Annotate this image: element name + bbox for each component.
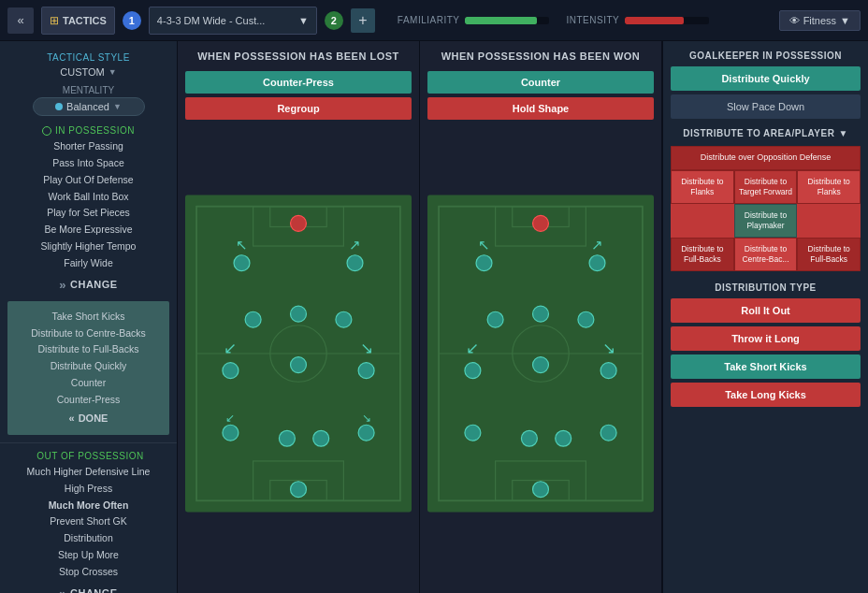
take-long-kicks-button[interactable]: Take Long Kicks [671, 383, 861, 407]
dist-row-playmaker: Distribute toPlaymaker [671, 204, 861, 238]
fitness-arrow-icon: ▼ [840, 15, 850, 26]
gk-panel: Take Short Kicks Distribute to Centre-Ba… [7, 301, 169, 435]
change2-arrows-icon: » [59, 586, 66, 593]
dist-cell-opposition[interactable]: Distribute over Opposition Defense [671, 146, 861, 170]
list-item: Play Out Of Defense [7, 172, 169, 189]
list-item: Prevent Short GK [7, 513, 169, 530]
throw-long-button[interactable]: Throw it Long [671, 326, 861, 351]
out-possession-label: OUT OF POSSESSION [36, 451, 143, 461]
distribute-area-title: DISTRIBUTE TO AREA/PLAYER [683, 128, 834, 138]
svg-point-21 [223, 425, 239, 441]
custom-label: CUSTOM [60, 66, 104, 78]
distribute-quickly-button[interactable]: Distribute Quickly [671, 66, 861, 91]
done-label: DONE [79, 412, 108, 424]
in-possession-circle-icon [42, 126, 51, 136]
list-item: Much More Often [7, 498, 169, 514]
custom-row[interactable]: CUSTOM ▼ [0, 65, 177, 83]
intensity-bar-track [625, 17, 709, 24]
list-item: Slightly Higher Tempo [7, 239, 169, 255]
collapse-button[interactable]: « [7, 7, 34, 34]
change-arrows-icon: » [59, 278, 66, 292]
list-item: Shorter Passing [7, 138, 169, 155]
distribute-grid[interactable]: Distribute over Opposition Defense Distr… [671, 146, 861, 271]
center-area: WHEN POSSESSION HAS BEEN LOST Counter-Pr… [178, 41, 662, 593]
familiarity-section: FAMILIARITY [398, 15, 550, 25]
svg-text:↗: ↗ [591, 238, 603, 253]
intensity-section: INTENSITY [566, 15, 709, 25]
svg-point-22 [279, 430, 295, 446]
dist-cell-flanks-right[interactable]: Distribute toFlanks [797, 170, 861, 204]
in-possession-header: IN POSSESSION [0, 122, 177, 138]
distribute-area-header: DISTRIBUTE TO AREA/PLAYER ▼ [663, 121, 868, 142]
lost-field-svg: ↖ ↗ ↙ ↘ [185, 129, 412, 578]
familiarity-bar-fill [465, 17, 537, 24]
svg-text:↗: ↗ [349, 238, 361, 253]
roll-it-out-button[interactable]: Roll It Out [671, 298, 861, 323]
list-item: Distribute Quickly [22, 358, 154, 375]
list-item: Be More Expressive [7, 222, 169, 239]
lost-field-diagram: ↖ ↗ ↙ ↘ [185, 129, 412, 578]
list-item: Counter-Press [22, 392, 154, 409]
lost-panel-title: WHEN POSSESSION HAS BEEN LOST [178, 41, 419, 69]
dist-cell-flanks-left[interactable]: Distribute toFlanks [671, 170, 734, 204]
add-slot-button[interactable]: + [351, 8, 375, 33]
svg-point-41 [487, 311, 503, 327]
svg-point-44 [465, 363, 481, 379]
list-item: Stop Crosses [7, 564, 169, 581]
won-field-svg: ↖ ↗ ↙ ↘ [427, 129, 654, 578]
mentality-select[interactable]: Balanced ▼ [33, 97, 145, 116]
change-out-possession-button[interactable]: » CHANGE [0, 581, 177, 593]
formation-select[interactable]: 4-3-3 DM Wide - Cust... ▼ [149, 7, 317, 35]
counter-button[interactable]: Counter [427, 71, 654, 94]
change-label: CHANGE [70, 279, 118, 290]
slot-num-badge: 2 [325, 11, 343, 30]
svg-text:↘: ↘ [602, 340, 615, 357]
svg-point-43 [578, 311, 594, 327]
list-item: Play for Set Pieces [7, 205, 169, 222]
distribution-type-title: DISTRIBUTION TYPE [663, 275, 868, 296]
svg-point-17 [291, 357, 307, 373]
svg-text:↖: ↖ [478, 238, 490, 253]
main-content: TACTICAL STYLE CUSTOM ▼ MENTALITY Balanc… [0, 41, 868, 593]
list-item: Step Up More [7, 547, 169, 564]
svg-point-38 [589, 255, 605, 271]
svg-point-23 [313, 430, 329, 446]
svg-text:↖: ↖ [236, 238, 248, 253]
custom-arrow-icon: ▼ [108, 67, 117, 77]
dist-cell-centrebacks[interactable]: Distribute toCentre-Bac... [734, 238, 798, 271]
regroup-button[interactable]: Regroup [185, 97, 412, 120]
svg-point-52 [600, 425, 616, 441]
in-possession-label: IN POSSESSION [55, 125, 135, 136]
svg-text:↙: ↙ [224, 340, 237, 357]
svg-point-14 [291, 306, 307, 322]
change-possession-button[interactable]: » CHANGE [0, 272, 177, 297]
tactics-badge: ⊞ TACTICS [41, 7, 115, 35]
dist-row-bottom: Distribute toFull-Backs Distribute toCen… [671, 238, 861, 271]
dist-cell-fullbacks-right[interactable]: Distribute toFull-Backs [797, 238, 861, 271]
list-item: Distribute to Full-Backs [22, 341, 154, 358]
hold-shape-button[interactable]: Hold Shape [427, 97, 654, 120]
gk-list: Take Short Kicks Distribute to Centre-Ba… [15, 309, 162, 409]
svg-point-13 [245, 311, 261, 327]
familiarity-label: FAMILIARITY [398, 15, 460, 25]
svg-point-46 [600, 363, 616, 379]
dist-cell-fullbacks-left[interactable]: Distribute toFull-Backs [671, 238, 734, 271]
list-item: Distribution [7, 530, 169, 547]
in-possession-list: Shorter Passing Pass Into Space Play Out… [0, 138, 177, 272]
out-possession-list: Much Higher Defensive Line High Press Mu… [0, 464, 177, 581]
list-item: Take Short Kicks [22, 309, 154, 325]
fitness-button[interactable]: 👁 Fitness ▼ [779, 10, 861, 31]
svg-point-8 [291, 215, 307, 231]
counter-press-button[interactable]: Counter-Press [185, 71, 412, 94]
dist-cell-playmaker[interactable]: Distribute toPlaymaker [734, 204, 798, 238]
done-button[interactable]: « DONE [15, 409, 162, 427]
svg-point-24 [358, 425, 374, 441]
dist-cell-target-forward[interactable]: Distribute toTarget Forward [734, 170, 798, 204]
svg-point-42 [533, 306, 549, 322]
won-field-diagram: ↖ ↗ ↙ ↘ [427, 129, 654, 578]
slow-pace-button[interactable]: Slow Pace Down [671, 94, 861, 119]
formation-arrow-icon: ▼ [298, 15, 309, 26]
possession-won-panel: WHEN POSSESSION HAS BEEN WON Counter Hol… [420, 41, 662, 593]
take-short-kicks-button[interactable]: Take Short Kicks [671, 354, 861, 379]
list-item: High Press [7, 481, 169, 498]
